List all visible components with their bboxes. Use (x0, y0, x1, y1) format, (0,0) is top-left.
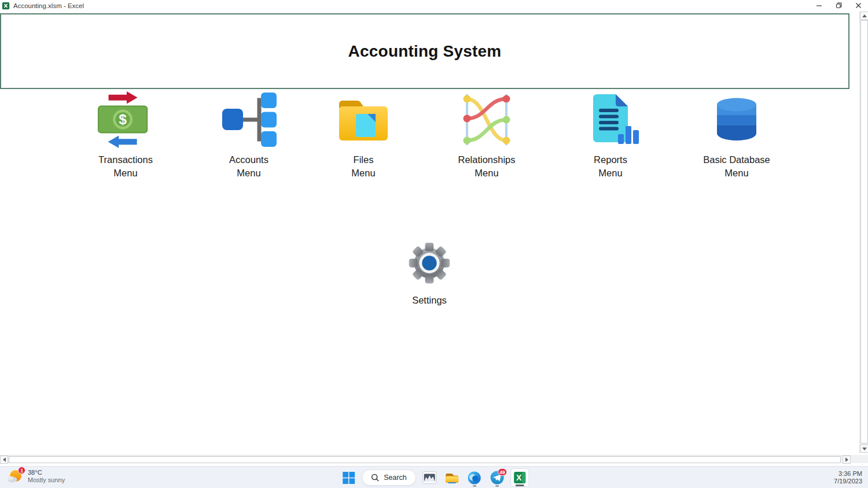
task-manager-icon (422, 470, 437, 485)
weather-text: 38°C Mostly sunny (28, 469, 65, 484)
page-title: Accounting System (1, 14, 848, 88)
weather-widget[interactable]: 1 38°C Mostly sunny (7, 468, 65, 485)
horizontal-scroll-thumb[interactable] (9, 456, 841, 463)
horizontal-scrollbar[interactable] (0, 455, 851, 463)
vertical-scrollbar[interactable] (859, 12, 868, 453)
edge-browser-button[interactable] (465, 468, 484, 487)
taskbar: 1 38°C Mostly sunny (0, 466, 868, 488)
file-explorer-button[interactable] (443, 468, 461, 487)
close-icon[interactable] (848, 0, 868, 11)
scroll-left-icon[interactable] (0, 456, 8, 464)
window-title: Accounting.xlsm - Excel (13, 2, 84, 9)
telegram-button[interactable]: 49 (488, 468, 506, 487)
menu-settings[interactable]: Settings (374, 239, 484, 307)
excel-taskbar-button[interactable]: X (510, 468, 529, 487)
excel-app-icon (2, 2, 10, 10)
menu-transactions[interactable]: $ Transactions Menu (71, 91, 181, 180)
menu-reports[interactable]: Reports Menu (556, 91, 665, 180)
heading-box: Accounting System (0, 13, 849, 89)
money-transfer-icon: $ (97, 91, 155, 149)
menu-accounts[interactable]: Accounts Menu (194, 91, 304, 180)
search-icon (371, 474, 379, 482)
svg-text:X: X (516, 473, 522, 482)
menu-label-reports: Reports Menu (556, 153, 665, 180)
scrollbar-corner (851, 455, 868, 463)
database-cylinder-icon (708, 91, 766, 149)
excel-icon: X (513, 471, 527, 485)
clock-time: 3:36 PM (834, 470, 862, 478)
vertical-scroll-thumb[interactable] (860, 20, 868, 443)
scroll-down-icon[interactable] (860, 445, 868, 453)
menu-relationships[interactable]: Relationships Menu (432, 91, 542, 180)
menu-label-transactions: Transactions Menu (71, 153, 181, 180)
start-icon (342, 471, 355, 485)
titlebar: Accounting.xlsm - Excel (0, 0, 868, 11)
excel-window: Accounting.xlsm - Excel Accounting Syste… (0, 0, 868, 488)
clock-widget[interactable]: 3:36 PM 7/19/2023 (834, 470, 862, 485)
minimize-icon[interactable] (809, 0, 829, 11)
scroll-up-icon[interactable] (860, 12, 868, 20)
connected-curves-icon (458, 91, 516, 149)
folder-document-icon (334, 91, 392, 149)
menu-label-basic-database: Basic Database Menu (682, 153, 792, 180)
weather-badge: 1 (18, 467, 25, 474)
svg-text:$: $ (119, 112, 127, 127)
report-document-icon (582, 91, 639, 149)
search-bar[interactable]: Search (362, 469, 416, 486)
telegram-badge: 49 (498, 468, 506, 476)
clock-date: 7/19/2023 (834, 478, 862, 485)
start-button[interactable] (339, 468, 358, 487)
org-hierarchy-icon (220, 91, 278, 149)
restore-icon[interactable] (829, 0, 848, 11)
menu-files[interactable]: Files Menu (308, 91, 418, 180)
gear-icon (406, 239, 453, 287)
edge-browser-icon (467, 471, 481, 485)
settings-label: Settings (374, 294, 484, 307)
menu-basic-database[interactable]: Basic Database Menu (682, 91, 792, 180)
task-manager-button[interactable] (420, 468, 439, 487)
menu-label-accounts: Accounts Menu (194, 153, 304, 180)
scroll-right-icon[interactable] (843, 456, 851, 464)
menu-label-files: Files Menu (308, 153, 418, 180)
search-label: Search (384, 474, 407, 482)
file-explorer-icon (444, 470, 459, 485)
menu-label-relationships: Relationships Menu (432, 153, 542, 180)
